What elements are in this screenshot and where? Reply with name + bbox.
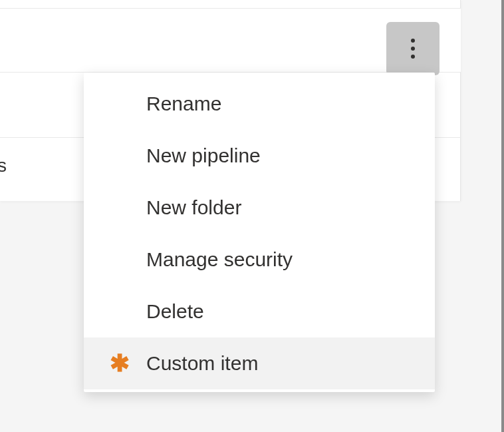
- menu-item-new-pipeline[interactable]: New pipeline: [84, 130, 435, 182]
- menu-item-delete[interactable]: Delete: [84, 286, 435, 337]
- more-options-button[interactable]: [386, 22, 440, 75]
- menu-item-custom-item[interactable]: ✱ Custom item: [84, 337, 435, 389]
- menu-item-label: Rename: [146, 93, 221, 115]
- list-header-row[interactable]: [0, 9, 461, 73]
- menu-item-new-folder[interactable]: New folder: [84, 182, 435, 234]
- context-menu: Rename New pipeline New folder Manage se…: [84, 73, 435, 392]
- asterisk-icon: ✱: [109, 353, 130, 374]
- window-right-edge: [501, 0, 504, 432]
- menu-item-manage-security[interactable]: Manage security: [84, 234, 435, 286]
- menu-item-rename[interactable]: Rename: [84, 78, 435, 130]
- truncated-row-text: s: [0, 155, 7, 176]
- vertical-dots-icon: [411, 39, 415, 59]
- menu-item-label: New pipeline: [146, 144, 261, 167]
- menu-item-label: Custom item: [146, 352, 258, 375]
- list-row-edge: [0, 0, 461, 9]
- menu-item-label: New folder: [146, 196, 241, 219]
- menu-item-label: Manage security: [146, 248, 293, 271]
- menu-item-label: Delete: [146, 300, 204, 323]
